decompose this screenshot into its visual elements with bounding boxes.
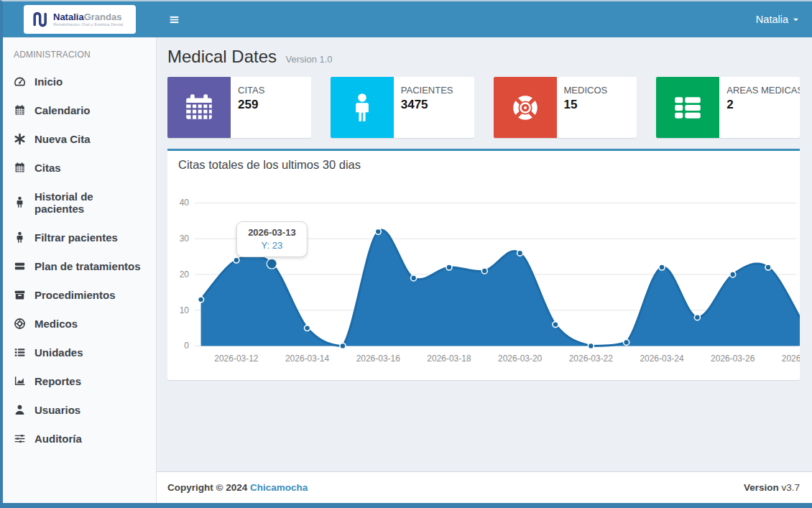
top-bar: NataliaGrandas Rehabilitación Oral y Est… (3, 1, 812, 37)
svg-text:2026-03-26: 2026-03-26 (711, 354, 755, 364)
tooltip-date: 2026-03-13 (248, 227, 296, 238)
brand-name-primary: Natalia (53, 11, 84, 22)
sidebar-item-label: Unidades (34, 346, 83, 359)
sidebar-menu: InicioCalendarioNueva CitaCitasHistorial… (3, 67, 156, 453)
stat-card-medicos[interactable]: MEDICOS15 (494, 77, 637, 138)
sidebar-item-nueva-cita[interactable]: Nueva Cita (3, 124, 156, 153)
brand-card: NataliaGrandas Rehabilitación Oral y Est… (24, 5, 136, 34)
chart-tooltip: 2026-03-13 Y: 23 (236, 221, 308, 257)
brand-tagline: Rehabilitación Oral y Estética Dental (53, 22, 123, 27)
stat-card-value: 3475 (401, 98, 453, 112)
sliders-icon (14, 433, 26, 445)
stat-card-pacientes[interactable]: PACIENTES3475 (331, 77, 474, 138)
sidebar-toggle-button[interactable] (157, 14, 180, 26)
user-menu[interactable]: Natalia (756, 14, 812, 25)
person-icon (14, 231, 26, 244)
stat-card-citas[interactable]: CITAS259 (167, 77, 311, 138)
brand-logo[interactable]: NataliaGrandas Rehabilitación Oral y Est… (3, 1, 157, 37)
person-icon (14, 196, 26, 208)
user-icon (14, 404, 26, 416)
sidebar-item-label: Usuarios (34, 404, 80, 416)
sidebar-item-filtrar-pacientes[interactable]: Filtrar pacientes (3, 223, 156, 251)
sidebar-item-label: Nueva Cita (34, 133, 91, 145)
sidebar-item-label: Auditoría (34, 433, 82, 445)
sidebar-item-auditoria[interactable]: Auditoría (3, 424, 156, 453)
sidebar-item-label: Plan de tratamientos (34, 260, 141, 272)
page-subtitle: Version 1.0 (286, 54, 333, 65)
sidebar-item-label: Procedimientos (34, 289, 116, 301)
stat-card-value: 15 (564, 98, 608, 112)
svg-text:40: 40 (180, 198, 190, 208)
sidebar-item-plan-de-tratamientos[interactable]: Plan de tratamientos (3, 251, 156, 280)
footer-version: Version v3.7 (744, 482, 800, 493)
sidebar-item-label: Citas (34, 162, 61, 174)
stat-card-label: AREAS MEDICAS (726, 85, 793, 96)
sidebar-item-unidades[interactable]: Unidades (3, 338, 156, 366)
page-title: Medical Dates (167, 47, 277, 66)
sidebar-item-procedimientos[interactable]: Procedimientos (3, 280, 156, 309)
svg-text:2026-03-22: 2026-03-22 (569, 354, 614, 364)
rows-icon (14, 260, 26, 272)
stat-card-label: MEDICOS (564, 85, 608, 96)
tachometer-icon (14, 75, 26, 88)
n-monogram-icon (29, 9, 50, 30)
sidebar: ADMINISTRACION InicioCalendarioNueva Cit… (3, 37, 157, 503)
calendar-icon (14, 162, 26, 174)
caret-down-icon (793, 17, 799, 23)
version-value: v3.7 (781, 482, 800, 493)
svg-text:2026-03-12: 2026-03-12 (214, 354, 259, 364)
svg-text:2026-03-16: 2026-03-16 (356, 354, 401, 364)
stat-card-value: 2 (726, 98, 793, 112)
sidebar-item-label: Medicos (34, 318, 78, 330)
sidebar-item-label: Calendario (34, 104, 91, 116)
calendar-icon (14, 104, 26, 116)
app-window: NataliaGrandas Rehabilitación Oral y Est… (0, 0, 812, 508)
svg-text:2026-03-14: 2026-03-14 (285, 354, 330, 364)
life-ring-icon (14, 318, 26, 330)
asterisk-icon (14, 133, 26, 145)
svg-text:2026-03-20: 2026-03-20 (498, 354, 543, 364)
navbar: Natalia (157, 1, 812, 37)
sidebar-item-label: Filtrar pacientes (34, 231, 118, 244)
chart-title: Citas totales de los ultimos 30 dias (178, 158, 361, 172)
brand-name-secondary: Grandas (84, 11, 122, 22)
area-chart[interactable]: 0102030402026-03-122026-03-142026-03-162… (167, 151, 800, 380)
svg-text:2026-03-28: 2026-03-28 (782, 354, 800, 364)
chicamocha-link[interactable]: Chicamocha (250, 482, 308, 493)
th-list-icon (656, 77, 719, 138)
patient-icon (331, 77, 394, 138)
page-head: Medical Dates Version 1.0 (157, 37, 812, 75)
svg-text:30: 30 (180, 234, 190, 244)
user-menu-label: Natalia (756, 14, 788, 25)
sidebar-item-inicio[interactable]: Inicio (3, 67, 156, 96)
footer-copyright: Copyright © 2024 Chicamocha (167, 482, 308, 493)
stat-cards-row: CITAS259PACIENTES3475MEDICOS15AREAS MEDI… (167, 77, 800, 138)
copyright-text: Copyright © 2024 (167, 482, 247, 493)
main-content: Medical Dates Version 1.0 CITAS259PACIEN… (157, 37, 812, 503)
stat-card-label: CITAS (238, 85, 264, 96)
tooltip-value: Y: 23 (248, 240, 296, 251)
brand-text: NataliaGrandas Rehabilitación Oral y Est… (53, 12, 123, 27)
svg-text:0: 0 (184, 341, 189, 351)
stat-card-value: 259 (238, 98, 264, 112)
sidebar-item-reportes[interactable]: Reportes (3, 366, 156, 395)
list-icon (14, 346, 26, 359)
area-chart-icon (14, 375, 26, 387)
sidebar-item-historial-de-pacientes[interactable]: Historial de pacientes (3, 182, 156, 223)
svg-text:20: 20 (180, 269, 190, 280)
sidebar-item-label: Reportes (34, 375, 81, 387)
sidebar-item-citas[interactable]: Citas (3, 153, 156, 182)
svg-text:2026-03-18: 2026-03-18 (427, 354, 471, 364)
calendar-grid-icon (167, 77, 231, 138)
sidebar-item-label: Historial de pacientes (34, 190, 145, 215)
archive-icon (14, 289, 26, 301)
life-ring-icon (494, 77, 557, 138)
hamburger-icon (168, 14, 180, 26)
version-label: Version (744, 482, 779, 493)
stat-card-label: PACIENTES (401, 85, 453, 96)
sidebar-item-usuarios[interactable]: Usuarios (3, 395, 156, 424)
sidebar-item-calendario[interactable]: Calendario (3, 96, 156, 124)
chart-panel: Citas totales de los ultimos 30 dias 010… (167, 149, 800, 380)
stat-card-areas-medicas[interactable]: AREAS MEDICAS2 (656, 77, 800, 138)
sidebar-item-medicos[interactable]: Medicos (3, 309, 156, 338)
